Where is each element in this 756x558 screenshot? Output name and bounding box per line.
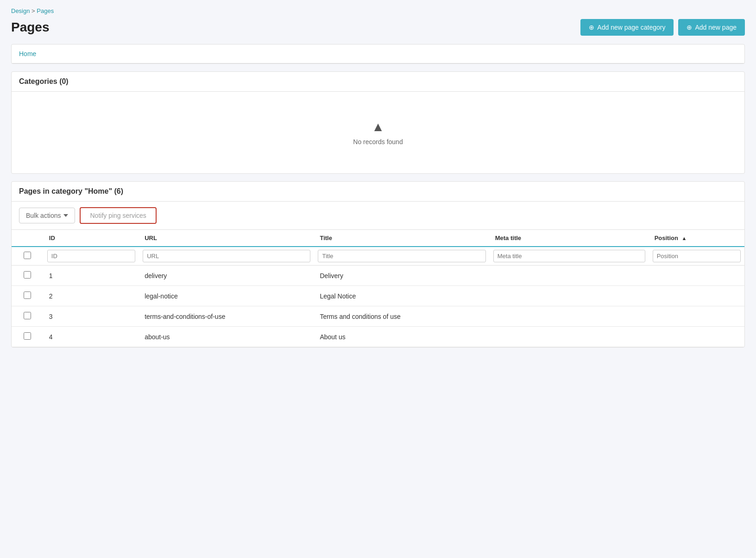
header-title: Title — [314, 230, 489, 247]
row-url: delivery — [139, 266, 314, 286]
home-tab-header: Home — [12, 44, 744, 63]
row-checkbox[interactable] — [24, 292, 31, 299]
row-checkbox-cell — [12, 306, 44, 327]
pages-category-title: Pages in category "Home" (6) — [19, 187, 123, 195]
filter-title-cell — [314, 247, 489, 266]
filter-url-input[interactable] — [143, 250, 310, 262]
row-title: Terms and conditions of use — [314, 306, 489, 327]
row-checkbox-cell — [12, 327, 44, 347]
home-tab-link[interactable]: Home — [19, 50, 36, 57]
row-position — [649, 327, 744, 347]
row-position — [649, 286, 744, 306]
row-position — [649, 306, 744, 327]
filter-row — [12, 247, 744, 266]
bulk-actions-label: Bulk actions — [26, 212, 61, 219]
add-page-label: Add new page — [695, 24, 737, 31]
plus-icon-category: ⊕ — [589, 24, 594, 31]
filter-title-input[interactable] — [318, 250, 485, 262]
table-row: 3 terms-and-conditions-of-use Terms and … — [12, 306, 744, 327]
pages-table: ID URL Title Meta title Position ▲ — [12, 230, 744, 347]
categories-card: Categories (0) ▲ No records found — [11, 71, 745, 174]
sort-arrow-icon: ▲ — [682, 235, 687, 241]
filter-id-cell — [44, 247, 139, 266]
table-row: 2 legal-notice Legal Notice — [12, 286, 744, 306]
row-url: about-us — [139, 327, 314, 347]
row-id: 3 — [44, 306, 139, 327]
notify-ping-button[interactable]: Notify ping services — [80, 207, 156, 224]
bulk-actions-button[interactable]: Bulk actions — [19, 208, 75, 223]
row-meta-title — [490, 286, 649, 306]
position-label: Position — [655, 235, 678, 241]
row-title: About us — [314, 327, 489, 347]
row-checkbox[interactable] — [24, 332, 31, 340]
pages-category-card: Pages in category "Home" (6) Bulk action… — [11, 181, 745, 348]
categories-header: Categories (0) — [12, 72, 744, 92]
page-title: Pages — [11, 20, 50, 35]
row-meta-title — [490, 306, 649, 327]
pages-table-container: ID URL Title Meta title Position ▲ — [12, 230, 744, 347]
bulk-actions-wrapper: Bulk actions — [19, 208, 75, 223]
row-title: Legal Notice — [314, 286, 489, 306]
row-checkbox[interactable] — [24, 271, 31, 279]
chevron-down-icon — [63, 214, 68, 217]
breadcrumb: Design > Pages — [11, 7, 745, 14]
table-row: 4 about-us About us — [12, 327, 744, 347]
row-checkbox[interactable] — [24, 312, 31, 319]
filter-pos-cell — [649, 247, 744, 266]
add-category-button[interactable]: ⊕ Add new page category — [580, 19, 674, 36]
filter-pos-input[interactable] — [653, 250, 741, 262]
filter-id-input[interactable] — [47, 250, 135, 262]
categories-title: Categories (0) — [19, 77, 69, 85]
filter-meta-cell — [490, 247, 649, 266]
header-position[interactable]: Position ▲ — [649, 230, 744, 247]
add-category-label: Add new page category — [597, 24, 665, 31]
row-url: legal-notice — [139, 286, 314, 306]
row-id: 1 — [44, 266, 139, 286]
notify-ping-label: Notify ping services — [90, 212, 146, 219]
filter-meta-input[interactable] — [493, 250, 645, 262]
header-meta-title: Meta title — [490, 230, 649, 247]
row-url: terms-and-conditions-of-use — [139, 306, 314, 327]
header-url: URL — [139, 230, 314, 247]
row-id: 4 — [44, 327, 139, 347]
breadcrumb-current-link[interactable]: Pages — [37, 7, 54, 14]
breadcrumb-parent-link[interactable]: Design — [11, 7, 30, 14]
row-meta-title — [490, 327, 649, 347]
no-records-area: ▲ No records found — [12, 92, 744, 173]
row-checkbox-cell — [12, 286, 44, 306]
select-all-checkbox[interactable] — [24, 252, 31, 259]
filter-checkbox-cell — [12, 247, 44, 266]
no-records-text: No records found — [353, 138, 403, 146]
home-tab-card: Home — [11, 44, 745, 64]
table-header-row: ID URL Title Meta title Position ▲ — [12, 230, 744, 247]
row-position — [649, 266, 744, 286]
header-actions: ⊕ Add new page category ⊕ Add new page — [580, 19, 745, 36]
filter-url-cell — [139, 247, 314, 266]
warning-icon: ▲ — [372, 120, 384, 134]
header-id: ID — [44, 230, 139, 247]
page-header: Pages ⊕ Add new page category ⊕ Add new … — [11, 19, 745, 36]
table-toolbar: Bulk actions Notify ping services — [12, 202, 744, 230]
table-row: 1 delivery Delivery — [12, 266, 744, 286]
add-page-button[interactable]: ⊕ Add new page — [678, 19, 745, 36]
plus-icon-page: ⊕ — [687, 24, 692, 31]
row-meta-title — [490, 266, 649, 286]
header-checkbox-cell — [12, 230, 44, 247]
row-title: Delivery — [314, 266, 489, 286]
pages-category-header: Pages in category "Home" (6) — [12, 182, 744, 202]
row-id: 2 — [44, 286, 139, 306]
row-checkbox-cell — [12, 266, 44, 286]
